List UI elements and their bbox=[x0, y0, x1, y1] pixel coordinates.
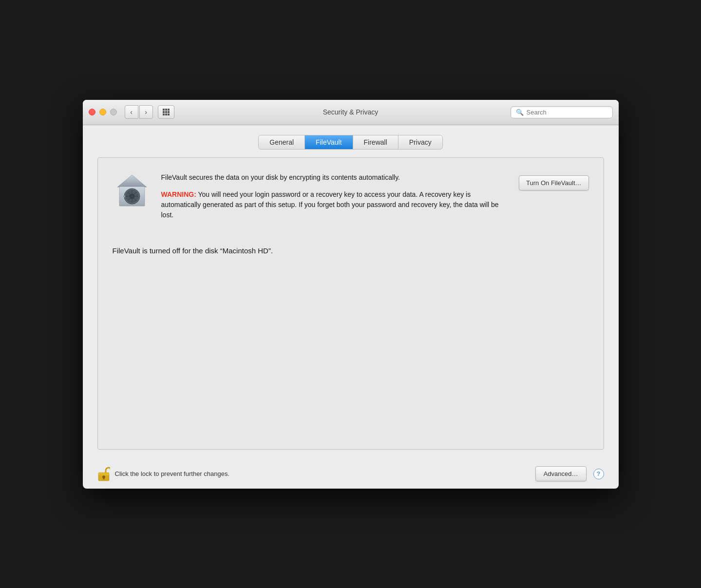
filevault-top-section: FileVault secures the data on your disk … bbox=[113, 172, 589, 227]
search-icon: 🔍 bbox=[516, 109, 524, 116]
tab-privacy[interactable]: Privacy bbox=[398, 135, 442, 149]
svg-rect-2 bbox=[168, 109, 170, 111]
turn-on-filevault-button[interactable]: Turn On FileVault… bbox=[519, 175, 588, 190]
svg-rect-1 bbox=[165, 109, 167, 111]
svg-rect-8 bbox=[168, 114, 170, 115]
warning-body: You will need your login password or a r… bbox=[161, 190, 499, 219]
tab-general[interactable]: General bbox=[259, 135, 305, 149]
back-button[interactable]: ‹ bbox=[125, 105, 138, 119]
svg-marker-9 bbox=[117, 175, 147, 187]
titlebar: ‹ › Security & Privacy 🔍 bbox=[83, 100, 619, 125]
svg-rect-4 bbox=[165, 111, 167, 113]
help-button[interactable]: ? bbox=[593, 469, 604, 479]
grid-view-button[interactable] bbox=[158, 105, 174, 119]
traffic-lights bbox=[89, 109, 117, 115]
window-title: Security & Privacy bbox=[323, 108, 379, 116]
filevault-warning: WARNING: You will need your login passwo… bbox=[161, 190, 510, 220]
tab-bar: General FileVault Firewall Privacy bbox=[97, 135, 604, 150]
grid-icon bbox=[162, 108, 170, 116]
svg-rect-21 bbox=[98, 473, 109, 475]
svg-rect-7 bbox=[165, 114, 167, 115]
lock-icon bbox=[97, 466, 110, 482]
forward-button[interactable]: › bbox=[139, 105, 153, 119]
nav-buttons: ‹ › bbox=[125, 105, 153, 119]
close-button[interactable] bbox=[89, 109, 95, 115]
filevault-status-text: FileVault is turned off for the disk “Ma… bbox=[113, 247, 589, 255]
bottom-bar: Click the lock to prevent further change… bbox=[83, 459, 619, 489]
filevault-panel: FileVault secures the data on your disk … bbox=[97, 157, 604, 450]
svg-rect-0 bbox=[163, 109, 165, 111]
filevault-icon bbox=[113, 172, 152, 211]
svg-rect-3 bbox=[163, 111, 165, 113]
minimize-button[interactable] bbox=[99, 109, 106, 115]
tab-firewall[interactable]: Firewall bbox=[353, 135, 398, 149]
svg-rect-5 bbox=[168, 111, 170, 113]
main-window: ‹ › Security & Privacy 🔍 bbox=[83, 100, 619, 489]
filevault-main-text: FileVault secures the data on your disk … bbox=[161, 172, 510, 183]
lock-label: Click the lock to prevent further change… bbox=[115, 470, 230, 477]
content-area: General FileVault Firewall Privacy bbox=[83, 125, 619, 459]
svg-rect-19 bbox=[123, 195, 125, 197]
maximize-button bbox=[110, 109, 117, 115]
advanced-button[interactable]: Advanced… bbox=[535, 466, 587, 481]
search-box[interactable]: 🔍 bbox=[511, 106, 613, 118]
filevault-description: FileVault secures the data on your disk … bbox=[161, 172, 510, 227]
search-input[interactable] bbox=[527, 109, 607, 116]
warning-label: WARNING: bbox=[161, 190, 196, 198]
lock-button[interactable]: Click the lock to prevent further change… bbox=[97, 466, 230, 482]
tab-group: General FileVault Firewall Privacy bbox=[258, 135, 442, 150]
tab-filevault[interactable]: FileVault bbox=[305, 135, 353, 149]
svg-rect-6 bbox=[163, 114, 165, 115]
svg-rect-23 bbox=[103, 477, 104, 479]
